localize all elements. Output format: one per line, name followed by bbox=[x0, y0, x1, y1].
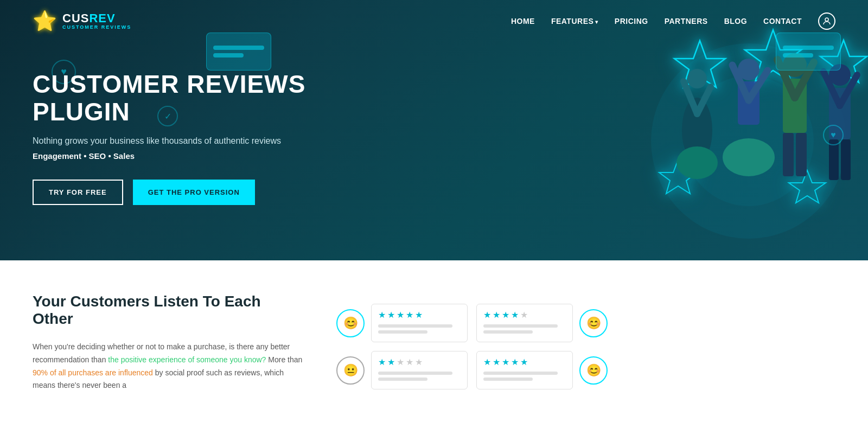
svg-rect-20 bbox=[783, 133, 794, 176]
lower-text-content: Your Customers Listen To Each Other When… bbox=[33, 293, 304, 392]
logo[interactable]: ⭐ CUSREV CUSTOMER REVIEWS bbox=[33, 10, 131, 33]
hero-subtitle: Nothing grows your business like thousan… bbox=[33, 136, 358, 146]
review-card-4: ★ ★ ★ ★ ★ 😊 bbox=[476, 351, 608, 389]
lower-section: Your Customers Listen To Each Other When… bbox=[0, 260, 868, 422]
svg-rect-26 bbox=[829, 139, 839, 180]
svg-point-15 bbox=[723, 138, 775, 176]
review-face-3: 😐 bbox=[336, 356, 365, 385]
logo-subtitle: CUSTOMER REVIEWS bbox=[62, 24, 131, 30]
features-dropdown-icon: ▾ bbox=[595, 19, 598, 25]
heart-icon-right: ♥ bbox=[823, 125, 844, 145]
nav-contact[interactable]: CONTACT bbox=[763, 17, 802, 25]
review-content-3: ★ ★ ★ ★ ★ bbox=[371, 351, 468, 389]
hero-section: ♥ ♥ ✓ ⭐ CUSREV CUSTOMER REVIEWS HOME bbox=[0, 0, 868, 260]
review-card-1: 😊 ★ ★ ★ ★ ★ bbox=[336, 304, 468, 342]
nav-blog[interactable]: BLOG bbox=[724, 17, 747, 25]
logo-text: CUSREV CUSTOMER REVIEWS bbox=[62, 12, 131, 30]
try-free-button[interactable]: TRY FOR FREE bbox=[33, 180, 123, 205]
star-row-1: ★ ★ ★ ★ ★ bbox=[378, 310, 461, 320]
svg-point-10 bbox=[676, 146, 718, 179]
nav-partners[interactable]: PARTNERS bbox=[665, 17, 708, 25]
svg-rect-21 bbox=[796, 133, 807, 176]
nav-pricing[interactable]: PRICING bbox=[615, 17, 648, 25]
review-content-4: ★ ★ ★ ★ ★ bbox=[476, 351, 573, 389]
logo-brand-name: CUSREV bbox=[62, 12, 131, 24]
logo-rev: REV bbox=[89, 11, 115, 25]
get-pro-button[interactable]: GET THE PRO VERSION bbox=[133, 180, 255, 205]
star-row-2: ★ ★ ★ ★ ★ bbox=[483, 310, 566, 320]
svg-point-0 bbox=[825, 18, 828, 21]
hero-content: CUSTOMER REVIEWS PLUGIN Nothing grows yo… bbox=[33, 71, 358, 205]
nav-links: HOME FEATURES▾ PRICING PARTNERS BLOG CON… bbox=[511, 12, 835, 30]
hero-title: CUSTOMER REVIEWS PLUGIN bbox=[33, 71, 358, 125]
lower-description: When you're deciding whether or not to m… bbox=[33, 341, 304, 392]
lower-title: Your Customers Listen To Each Other bbox=[33, 293, 304, 328]
hero-tagline: Engagement • SEO • Sales bbox=[33, 151, 358, 161]
review-face-4: 😊 bbox=[579, 356, 608, 385]
svg-rect-27 bbox=[841, 139, 851, 180]
review-content-2: ★ ★ ★ ★ ★ bbox=[476, 304, 573, 342]
review-cards-grid: 😊 ★ ★ ★ ★ ★ ★ ★ ★ ★ bbox=[336, 293, 608, 389]
logo-cus: CUS bbox=[62, 11, 89, 25]
hero-buttons: TRY FOR FREE GET THE PRO VERSION bbox=[33, 180, 358, 205]
review-content-1: ★ ★ ★ ★ ★ bbox=[371, 304, 468, 342]
review-face-2: 😊 bbox=[579, 309, 608, 337]
nav-features[interactable]: FEATURES▾ bbox=[551, 17, 598, 25]
svg-point-8 bbox=[687, 69, 707, 88]
review-face-1: 😊 bbox=[336, 309, 365, 337]
nav-home[interactable]: HOME bbox=[511, 17, 535, 25]
user-account-icon[interactable] bbox=[818, 12, 835, 30]
review-card-2: ★ ★ ★ ★ ★ 😊 bbox=[476, 304, 608, 342]
navigation: ⭐ CUSREV CUSTOMER REVIEWS HOME FEATURES▾… bbox=[0, 0, 868, 42]
star-row-4: ★ ★ ★ ★ ★ bbox=[483, 357, 566, 367]
star-row-3: ★ ★ ★ ★ ★ bbox=[378, 357, 461, 367]
logo-star-icon: ⭐ bbox=[33, 10, 57, 33]
review-card-3: 😐 ★ ★ ★ ★ ★ bbox=[336, 351, 468, 389]
